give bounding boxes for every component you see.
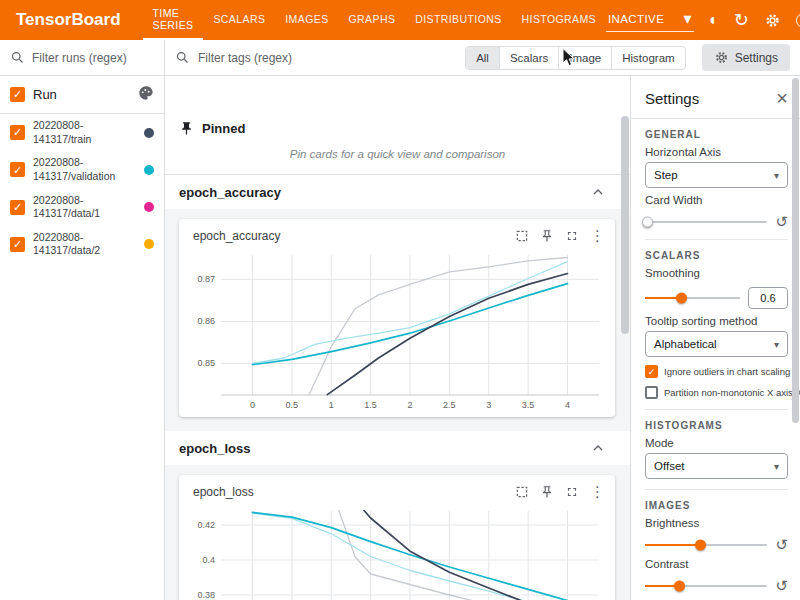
slider-fill bbox=[645, 544, 700, 546]
reset-icon[interactable]: ↺ bbox=[775, 578, 788, 593]
fullscreen-icon[interactable] bbox=[565, 485, 579, 499]
tab-time-series[interactable]: TIME SERIES bbox=[143, 0, 204, 40]
settings-button[interactable]: Settings bbox=[702, 44, 790, 71]
settings-panel: Settings × GENERAL Horizontal Axis Step … bbox=[630, 76, 800, 600]
main-zone: All Scalars Image Histogram Settings bbox=[165, 40, 800, 600]
run-color-dot bbox=[144, 202, 154, 212]
tab-images[interactable]: IMAGES bbox=[275, 0, 338, 40]
close-icon[interactable]: × bbox=[776, 88, 788, 108]
theme-toggle-icon[interactable]: ◐ bbox=[709, 12, 719, 28]
tooltip-sorting-label: Tooltip sorting method bbox=[645, 315, 788, 327]
more-options-icon[interactable]: ⋮ bbox=[590, 484, 605, 499]
collapse-chevron-icon[interactable] bbox=[590, 184, 606, 200]
histogram-mode-select[interactable]: Offset ▾ bbox=[645, 453, 788, 479]
tab-histograms[interactable]: HISTOGRAMS bbox=[512, 0, 606, 40]
chip-scalars[interactable]: Scalars bbox=[499, 47, 558, 69]
chip-histogram[interactable]: Histogram bbox=[611, 47, 684, 69]
refresh-icon[interactable]: ↻ bbox=[734, 11, 749, 29]
brightness-label: Brightness bbox=[645, 517, 788, 529]
runs-list-header: ✓ Run bbox=[0, 76, 164, 113]
run-checkbox[interactable]: ✓ bbox=[10, 237, 25, 252]
run-row-validation[interactable]: ✓ 20220808-141317/validation bbox=[0, 151, 164, 188]
svg-text:2: 2 bbox=[407, 400, 412, 410]
run-name: 20220808-141317/data/2 bbox=[33, 231, 129, 258]
cards-area: Pinned Pin cards for a quick view and co… bbox=[165, 76, 630, 600]
chip-all[interactable]: All bbox=[466, 47, 499, 69]
smoothing-label: Smoothing bbox=[645, 267, 788, 279]
brightness-control: ↺ bbox=[645, 537, 788, 552]
fullscreen-icon[interactable] bbox=[565, 229, 579, 243]
brightness-slider[interactable] bbox=[645, 544, 767, 546]
run-row-data2[interactable]: ✓ 20220808-141317/data/2 bbox=[0, 226, 164, 263]
reset-icon[interactable]: ↺ bbox=[775, 214, 788, 229]
main-scrollbar-thumb[interactable] bbox=[621, 116, 629, 334]
help-icon[interactable]: ? bbox=[796, 13, 800, 28]
chevron-down-icon: ▾ bbox=[774, 461, 779, 472]
pin-icon[interactable] bbox=[540, 485, 554, 499]
divider bbox=[645, 409, 788, 410]
run-name: 20220808-141317/train bbox=[33, 119, 129, 146]
chevron-down-icon: ▾ bbox=[774, 170, 779, 181]
chevron-down-icon: ▾ bbox=[684, 11, 692, 27]
settings-panel-body: GENERAL Horizontal Axis Step ▾ Card Widt… bbox=[631, 129, 800, 600]
pin-icon[interactable] bbox=[540, 229, 554, 243]
slider-knob[interactable] bbox=[695, 539, 706, 550]
tag-filter-input[interactable] bbox=[198, 51, 348, 65]
run-row-train[interactable]: ✓ 20220808-141317/train bbox=[0, 114, 164, 151]
smoothing-value-input[interactable] bbox=[748, 287, 788, 309]
scalar-card-epoch-accuracy: epoch_accuracy bbox=[179, 219, 615, 417]
collapse-chevron-icon[interactable] bbox=[590, 440, 606, 456]
search-icon bbox=[175, 50, 190, 65]
partition-x-axis-checkbox[interactable] bbox=[645, 386, 658, 399]
palette-icon[interactable] bbox=[138, 85, 154, 104]
runs-filter-input[interactable] bbox=[32, 51, 142, 65]
svg-text:0.5: 0.5 bbox=[286, 400, 299, 410]
pinned-title: Pinned bbox=[202, 121, 245, 136]
settings-panel-header: Settings × bbox=[631, 76, 800, 118]
fit-to-data-icon[interactable] bbox=[515, 229, 529, 243]
run-checkbox[interactable]: ✓ bbox=[10, 200, 25, 215]
run-checkbox[interactable]: ✓ bbox=[10, 125, 25, 140]
section-header-epoch-accuracy[interactable]: epoch_accuracy bbox=[165, 175, 630, 209]
run-checkbox[interactable]: ✓ bbox=[10, 162, 25, 177]
divider bbox=[631, 118, 800, 119]
slider-knob[interactable] bbox=[674, 580, 685, 591]
gear-icon[interactable] bbox=[764, 12, 781, 29]
run-row-data1[interactable]: ✓ 20220808-141317/data/1 bbox=[0, 189, 164, 226]
run-color-dot bbox=[144, 165, 154, 175]
partition-x-axis-row: Partition non-monotonic X axis i bbox=[645, 386, 788, 399]
chip-image[interactable]: Image bbox=[558, 47, 611, 69]
horizontal-axis-select[interactable]: Step ▾ bbox=[645, 162, 788, 188]
fit-to-data-icon[interactable] bbox=[515, 485, 529, 499]
settings-scrollbar bbox=[792, 76, 799, 600]
slider-knob[interactable] bbox=[676, 293, 687, 304]
card-toolbar: ⋮ bbox=[515, 484, 605, 499]
more-options-icon[interactable]: ⋮ bbox=[590, 228, 605, 243]
runs-column-label: Run bbox=[33, 87, 57, 102]
svg-text:3.5: 3.5 bbox=[522, 400, 535, 410]
scalar-card-epoch-loss: epoch_loss bbox=[179, 475, 615, 600]
tooltip-sorting-select[interactable]: Alphabetical ▾ bbox=[645, 331, 788, 357]
ignore-outliers-checkbox[interactable]: ✓ bbox=[645, 365, 658, 378]
section-title: epoch_accuracy bbox=[179, 185, 281, 200]
run-color-dot bbox=[144, 128, 154, 138]
card-width-slider[interactable] bbox=[645, 221, 767, 223]
svg-text:1.5: 1.5 bbox=[364, 400, 377, 410]
scalars-section-label: SCALARS bbox=[645, 250, 788, 261]
epoch-loss-chart[interactable]: 00.511.522.533.540.360.380.40.42 bbox=[179, 501, 613, 600]
tab-graphs[interactable]: GRAPHS bbox=[339, 0, 406, 40]
smoothing-slider[interactable] bbox=[645, 297, 740, 299]
tab-distributions[interactable]: DISTRIBUTIONS bbox=[405, 0, 511, 40]
histograms-section-label: HISTOGRAMS bbox=[645, 420, 788, 431]
section-header-epoch-loss[interactable]: epoch_loss bbox=[165, 431, 630, 465]
contrast-slider[interactable] bbox=[645, 585, 767, 587]
select-all-runs-checkbox[interactable]: ✓ bbox=[10, 87, 25, 102]
card-width-control: ↺ bbox=[645, 214, 788, 229]
slider-knob[interactable] bbox=[642, 216, 653, 227]
tooltip-sorting-value: Alphabetical bbox=[654, 338, 717, 350]
settings-scrollbar-thumb[interactable] bbox=[792, 78, 799, 423]
reload-status-dropdown[interactable]: INACTIVE ▾ bbox=[606, 9, 694, 32]
reset-icon[interactable]: ↺ bbox=[775, 537, 788, 552]
tab-scalars[interactable]: SCALARS bbox=[203, 0, 275, 40]
epoch-accuracy-chart[interactable]: 00.511.522.533.540.850.860.87 bbox=[179, 245, 613, 417]
